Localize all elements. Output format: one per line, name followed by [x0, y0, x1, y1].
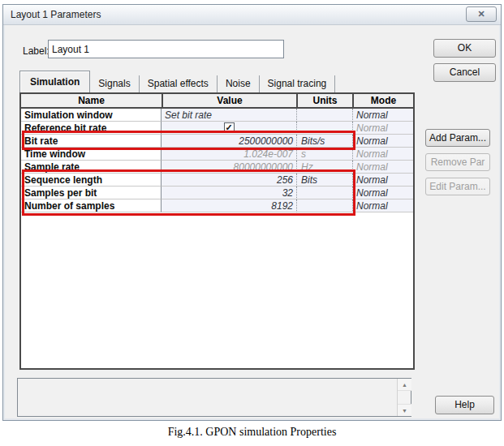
param-mode: Normal	[352, 109, 413, 122]
param-mode: Normal	[352, 148, 413, 161]
param-units	[296, 187, 352, 199]
tab-signals[interactable]: Signals	[90, 75, 139, 92]
param-mode: Normal	[352, 161, 413, 174]
dialog-title: Layout 1 Parameters	[3, 9, 101, 20]
param-mode: Normal	[352, 122, 413, 135]
table-row-sequence-length[interactable]: Sequence length 256 Bits Normal	[21, 174, 413, 187]
param-value: 1.024e-007	[162, 148, 296, 161]
param-mode: Normal	[352, 199, 413, 212]
param-value[interactable]: 256	[162, 174, 296, 187]
page: Layout 1 Parameters ✕ Label: OK Cancel A…	[0, 0, 504, 446]
tab-simulation[interactable]: Simulation	[19, 71, 90, 92]
param-value[interactable]: ✓	[162, 122, 296, 135]
close-icon: ✕	[477, 9, 485, 19]
vertical-scrollbar[interactable]: ▲ ▼	[397, 379, 411, 416]
table-row-samples-per-bit[interactable]: Samples per bit 32 Normal	[21, 187, 413, 199]
cancel-button[interactable]: Cancel	[433, 63, 496, 82]
check-icon: ✓	[225, 123, 232, 132]
table-row[interactable]: Sample rate 80000000000 Hz Normal	[21, 161, 413, 174]
param-name: Simulation window	[21, 109, 162, 122]
titlebar[interactable]: Layout 1 Parameters	[3, 5, 501, 25]
help-button[interactable]: Help	[435, 396, 494, 414]
param-value[interactable]: Set bit rate	[162, 109, 296, 122]
param-mode: Normal	[352, 174, 413, 187]
table-header-row: Name Value Units Mode	[21, 94, 413, 109]
header-units: Units	[296, 94, 352, 109]
scroll-down-button[interactable]: ▼	[398, 404, 411, 416]
param-value: 80000000000	[162, 161, 296, 174]
layout-parameters-dialog: Layout 1 Parameters ✕ Label: OK Cancel A…	[2, 4, 502, 421]
scroll-up-button[interactable]: ▲	[398, 379, 411, 391]
param-value[interactable]: 2500000000	[162, 135, 296, 148]
param-units	[296, 109, 352, 122]
description-box[interactable]: ▲ ▼	[17, 378, 411, 417]
param-name: Sample rate	[21, 161, 162, 174]
figure-caption: Fig.4.1. GPON simulation Properties	[0, 426, 504, 439]
close-button[interactable]: ✕	[466, 6, 497, 22]
param-units: s	[296, 148, 352, 161]
edit-param-button: Edit Param...	[425, 178, 490, 195]
param-name: Sequence length	[21, 174, 162, 187]
param-units	[296, 199, 352, 212]
param-mode: Normal	[352, 135, 413, 148]
table-row[interactable]: Reference bit rate ✓ Normal	[21, 122, 413, 135]
param-name: Time window	[21, 148, 162, 161]
add-param-button[interactable]: Add Param...	[425, 129, 490, 147]
header-value: Value	[162, 94, 296, 109]
table-row-bit-rate[interactable]: Bit rate 2500000000 Bits/s Normal	[21, 135, 413, 148]
param-units: Bits	[296, 174, 352, 187]
ok-button[interactable]: OK	[433, 39, 496, 58]
param-name: Samples per bit	[21, 187, 162, 199]
scroll-down-icon: ▼	[402, 408, 407, 414]
remove-param-button: Remove Par	[425, 153, 490, 171]
table-row[interactable]: Simulation window Set bit rate Normal	[21, 109, 413, 122]
param-units: Bits/s	[296, 135, 352, 148]
tab-signal-tracing[interactable]: Signal tracing	[260, 75, 336, 92]
label-input[interactable]	[48, 40, 284, 58]
param-units	[296, 122, 352, 135]
table-row-number-of-samples[interactable]: Number of samples 8192 Normal	[21, 199, 413, 212]
scroll-up-icon: ▲	[402, 382, 407, 388]
parameter-table: Name Value Units Mode Simulation window …	[19, 92, 415, 370]
param-name: Number of samples	[21, 199, 162, 212]
param-name: Bit rate	[21, 135, 162, 148]
param-value[interactable]: 32	[162, 187, 296, 199]
header-mode: Mode	[352, 94, 413, 109]
param-name: Reference bit rate	[21, 122, 162, 135]
param-units: Hz	[296, 161, 352, 174]
tab-noise[interactable]: Noise	[218, 75, 260, 92]
tab-strip: Simulation Signals Spatial effects Noise…	[19, 71, 335, 92]
header-name: Name	[21, 94, 162, 109]
label-caption: Label:	[23, 45, 50, 57]
table-row[interactable]: Time window 1.024e-007 s Normal	[21, 148, 413, 161]
checkbox-checked-icon[interactable]: ✓	[224, 122, 235, 133]
tab-spatial-effects[interactable]: Spatial effects	[140, 75, 218, 92]
param-mode: Normal	[352, 187, 413, 199]
param-value[interactable]: 8192	[162, 199, 296, 212]
